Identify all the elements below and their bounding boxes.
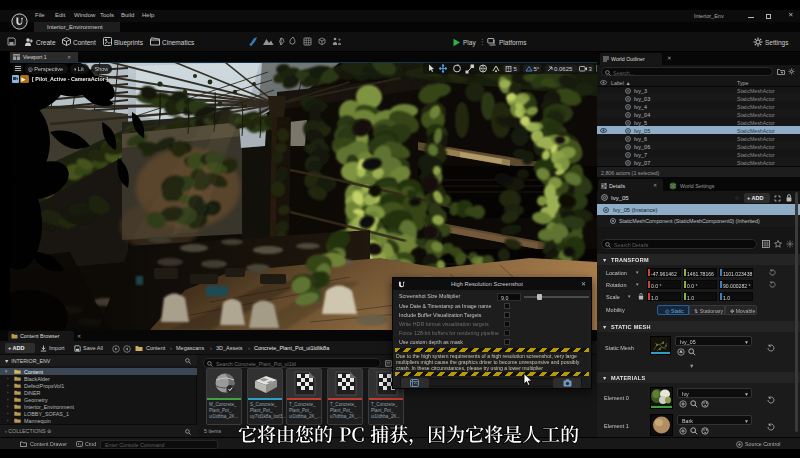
svg-text:5°: 5° bbox=[534, 66, 540, 72]
svg-text:0.0625: 0.0625 bbox=[554, 66, 573, 72]
